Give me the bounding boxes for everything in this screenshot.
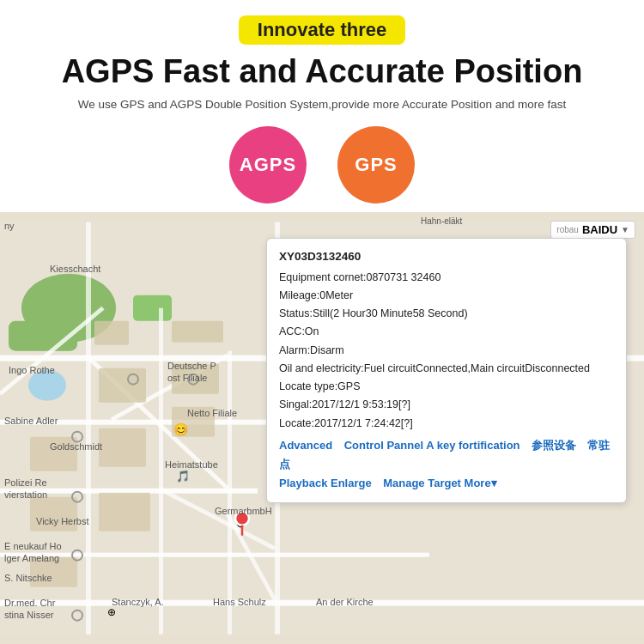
map-label-netto: Netto Filiale [187,408,237,418]
map-label-sabine: Sabine Adler [4,416,58,426]
map-label-vicky: Vicky Herbst [36,516,89,526]
card-line-1: Equipment cornet:0870731 32460 [279,269,614,287]
link-control-pannel[interactable]: Control Pannel A key fortification [344,439,520,452]
map-section: 😊 🎵 ⊕ ⊕ ny Kiesschacht Ingo Rothe Sabine… [0,212,644,644]
svg-rect-20 [99,368,146,402]
card-line-2: Mileage:0Meter [279,287,614,305]
map-label-hahn: Hahn-eläkt [421,216,462,226]
circles-row: AGPS GPS [229,126,415,204]
card-line-5: Alarm:Disarm [279,342,614,360]
gps-circle: GPS [337,126,415,204]
agps-circle: AGPS [229,126,307,204]
map-label-eneukauf: E neukauf Holger Amelang [4,540,62,565]
map-label-ny: ny [4,221,15,231]
card-line-4: ACC:On [279,323,614,341]
card-line-6: Oil and electricity:Fuel circuitConnecte… [279,360,614,378]
dropdown-icon[interactable]: ▼ [621,225,629,234]
subtitle: We use GPS and AGPS Double Position Syst… [78,98,567,111]
map-label-drmed: Dr.med. Chrstina Nisser [4,597,55,622]
svg-text:⊕: ⊕ [107,605,116,617]
map-label-stanczyk: Stanczyk, A. [112,597,164,607]
map-label-heimatstube: Heimatstube [165,459,218,470]
svg-text:🎵: 🎵 [176,468,191,483]
card-line-8: Singal:2017/12/1 9:53:19[?] [279,396,614,414]
info-card: XY03D3132460 Equipment cornet:0870731 32… [266,238,627,503]
map-label-goldschmidt: Goldschmidt [50,441,102,452]
link-advanced[interactable]: Advanced [279,439,332,452]
card-links: Advanced Control Pannel A key fortificat… [279,436,614,494]
svg-text:😊: 😊 [173,422,189,436]
svg-rect-23 [99,428,146,466]
map-label-polizei: Polizei Revierstation [4,477,47,501]
link-canjian[interactable]: 参照设备 [532,439,576,452]
map-label-hans: Hans Schulz [213,597,266,607]
svg-rect-21 [172,320,223,342]
innovate-badge: Innovate three [239,15,405,45]
svg-rect-3 [133,295,172,320]
page-container: Innovate three AGPS Fast and Accurate Po… [0,0,644,644]
map-label-kirche: An der Kirche [316,597,374,607]
card-id: XY03D3132460 [279,247,614,267]
map-label-kiesschacht: Kiesschacht [50,264,100,274]
svg-rect-19 [94,320,129,344]
map-background: 😊 🎵 ⊕ ⊕ ny Kiesschacht Ingo Rothe Sabine… [0,212,644,644]
card-line-3: Status:Still(2 Hour30 Minute58 Second) [279,305,614,323]
card-line-7: Locate type:GPS [279,378,614,396]
svg-rect-25 [99,492,150,531]
top-section: Innovate three AGPS Fast and Accurate Po… [0,0,644,212]
robau-label: robau [556,225,579,234]
svg-rect-8 [0,552,429,556]
main-title: AGPS Fast and Accurate Position [62,53,583,91]
link-playback[interactable]: Playback Enlarge [279,477,372,489]
card-line-9: Locate:2017/12/1 7:24:42[?] [279,415,614,433]
svg-rect-11 [159,307,163,634]
baidu-bar[interactable]: robau BAIDU ▼ [550,221,635,239]
svg-rect-12 [228,350,232,634]
map-label-deutsche: Deutsche Post Filiale [167,360,216,385]
baidu-label: BAIDU [582,223,617,236]
map-label-nitschke: S. Nitschke [4,573,52,583]
map-label-ingo: Ingo Rothe [9,365,55,375]
map-label-germa: GermarbmbH [215,506,272,516]
svg-rect-10 [86,222,91,634]
link-manage[interactable]: Manage Target More▾ [383,477,496,489]
